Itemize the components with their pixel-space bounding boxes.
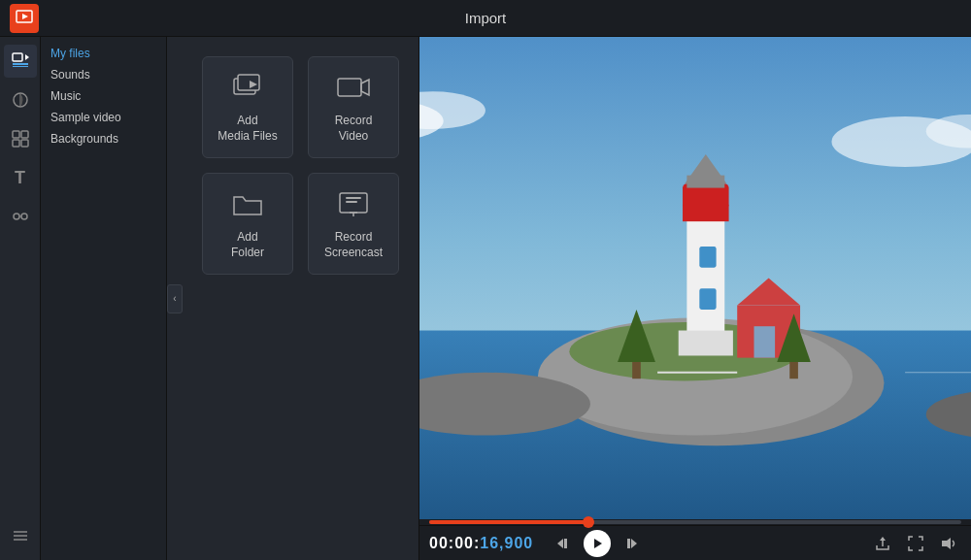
time-display: 00:00:16,900 xyxy=(429,535,533,552)
svg-marker-61 xyxy=(631,539,637,548)
share-icon xyxy=(875,536,890,551)
record-video-button[interactable]: RecordVideo xyxy=(308,56,399,158)
left-sidebar: T xyxy=(0,37,41,560)
svg-rect-47 xyxy=(699,288,716,310)
add-media-files-button[interactable]: AddMedia Files xyxy=(202,56,293,158)
svg-rect-59 xyxy=(564,539,567,548)
svg-marker-60 xyxy=(594,539,602,548)
add-folder-button[interactable]: AddFolder xyxy=(202,173,293,275)
app-logo xyxy=(10,4,39,33)
svg-point-13 xyxy=(21,214,27,219)
preview-area: 00:00:16,900 xyxy=(419,37,971,560)
svg-marker-64 xyxy=(880,537,886,541)
svg-marker-65 xyxy=(942,538,951,549)
sidebar-item-transitions[interactable] xyxy=(4,200,37,233)
svg-rect-19 xyxy=(238,75,259,90)
progress-fill xyxy=(429,520,588,524)
svg-rect-27 xyxy=(346,201,357,203)
play-button[interactable] xyxy=(584,530,611,557)
skip-back-button[interactable] xyxy=(551,531,576,556)
svg-rect-21 xyxy=(338,79,361,96)
record-screencast-button[interactable]: RecordScreencast xyxy=(308,173,399,275)
file-tree-item-sample-video[interactable]: Sample video xyxy=(41,107,166,128)
fullscreen-icon xyxy=(908,536,923,551)
more-icon xyxy=(12,527,29,544)
skip-forward-button[interactable] xyxy=(619,531,644,556)
import-icon xyxy=(12,52,29,70)
sidebar-item-import[interactable] xyxy=(4,45,37,78)
svg-rect-11 xyxy=(21,140,28,147)
filters-icon xyxy=(12,130,29,148)
main-layout: T My files Sounds xyxy=(0,37,971,560)
share-button[interactable] xyxy=(870,531,895,556)
svg-rect-10 xyxy=(13,140,19,147)
svg-rect-40 xyxy=(686,205,724,351)
progress-track[interactable] xyxy=(429,520,961,524)
fullscreen-button[interactable] xyxy=(903,531,928,556)
effects-icon xyxy=(12,91,29,109)
sidebar-item-effects[interactable] xyxy=(4,83,37,116)
top-bar: Import xyxy=(0,0,971,37)
import-buttons-grid: AddMedia Files RecordVideo xyxy=(183,37,419,560)
file-tree-item-music[interactable]: Music xyxy=(41,85,166,107)
svg-rect-62 xyxy=(627,539,630,548)
svg-rect-4 xyxy=(13,63,28,65)
sidebar-item-more[interactable] xyxy=(4,519,37,552)
progress-bar-area[interactable] xyxy=(419,519,971,525)
folder-icon xyxy=(230,187,265,222)
import-panel: My files Sounds Music Sample video Backg… xyxy=(41,37,419,560)
svg-rect-26 xyxy=(346,197,361,199)
file-tree-item-backgrounds[interactable]: Backgrounds xyxy=(41,128,166,149)
svg-marker-1 xyxy=(22,14,28,19)
svg-rect-8 xyxy=(13,131,19,138)
svg-rect-9 xyxy=(21,131,28,138)
record-screencast-label: RecordScreencast xyxy=(324,230,383,260)
playback-controls: 00:00:16,900 xyxy=(419,525,971,560)
time-prefix: 00:00: xyxy=(429,535,480,551)
transitions-icon xyxy=(12,208,29,225)
skip-back-icon xyxy=(556,537,570,550)
svg-rect-42 xyxy=(679,331,733,356)
volume-icon xyxy=(941,536,956,551)
add-folder-label: AddFolder xyxy=(231,230,264,260)
play-icon xyxy=(591,538,603,549)
svg-rect-5 xyxy=(13,66,28,67)
screencast-icon xyxy=(336,187,371,222)
svg-marker-58 xyxy=(557,539,563,548)
sidebar-item-titles[interactable]: T xyxy=(4,161,37,194)
record-video-icon xyxy=(336,71,371,106)
volume-button[interactable] xyxy=(936,531,961,556)
record-video-label: RecordVideo xyxy=(335,114,373,144)
svg-marker-3 xyxy=(25,54,29,60)
file-tree-item-sounds[interactable]: Sounds xyxy=(41,64,166,85)
skip-forward-icon xyxy=(624,537,638,550)
add-media-label: AddMedia Files xyxy=(218,114,277,144)
progress-thumb[interactable] xyxy=(583,516,594,528)
svg-marker-22 xyxy=(361,80,369,95)
app-title: Import xyxy=(49,10,922,26)
titles-icon: T xyxy=(15,168,25,188)
preview-video xyxy=(419,37,971,519)
time-bold: 16,900 xyxy=(480,535,533,551)
file-tree: My files Sounds Music Sample video Backg… xyxy=(41,37,167,560)
svg-point-12 xyxy=(14,214,19,219)
svg-rect-50 xyxy=(754,326,776,357)
svg-rect-46 xyxy=(699,247,716,268)
content-area: My files Sounds Music Sample video Backg… xyxy=(41,37,971,560)
logo-icon xyxy=(16,10,33,27)
collapse-panel-button[interactable]: ‹ xyxy=(167,284,183,313)
import-panel-inner: My files Sounds Music Sample video Backg… xyxy=(41,37,419,560)
preview-scene xyxy=(419,37,971,519)
svg-rect-2 xyxy=(13,53,22,61)
media-files-icon xyxy=(230,71,265,106)
sidebar-item-filters[interactable] xyxy=(4,122,37,155)
file-tree-item-my-files[interactable]: My files xyxy=(41,43,166,64)
